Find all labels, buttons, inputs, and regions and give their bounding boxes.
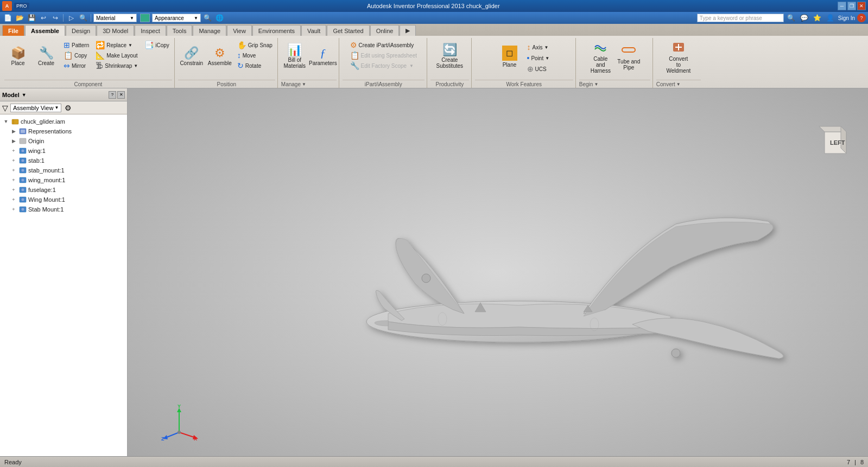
- wing-expander[interactable]: +: [10, 147, 17, 155]
- tube-pipe-button[interactable]: Tube andPipe: [615, 40, 642, 73]
- qa-new-button[interactable]: 📄: [2, 13, 13, 23]
- tab-view[interactable]: View: [227, 25, 252, 36]
- qa-search-button[interactable]: 🔍: [786, 13, 797, 23]
- tree-item-wing-mount-2[interactable]: + Wing Mount:1: [0, 195, 127, 204]
- replace-button[interactable]: 🔁 Replace ▼: [93, 40, 141, 50]
- axis-button[interactable]: ↕ Axis ▼: [524, 42, 553, 52]
- minimize-button[interactable]: ─: [838, 2, 846, 10]
- qa-open-button[interactable]: 📂: [14, 13, 25, 23]
- qa-comm-button[interactable]: 💬: [799, 13, 810, 23]
- search-input[interactable]: Type a keyword or phrase: [697, 14, 784, 22]
- sidebar-filter-icon[interactable]: ▽: [2, 104, 8, 112]
- root-expander[interactable]: ▼: [2, 118, 10, 125]
- tab-vault[interactable]: Vault: [301, 25, 326, 36]
- appearance-dropdown[interactable]: Appearance ▼: [152, 14, 201, 22]
- productivity-content: 🔄 CreateSubstitutes: [436, 38, 463, 80]
- constrain-button[interactable]: 🔗 Constrain: [178, 40, 205, 73]
- sidebar-close-button[interactable]: ✕: [117, 91, 125, 99]
- assemble-icon: ⚙: [214, 47, 225, 59]
- viewport[interactable]: LEFT Y X Z: [128, 88, 868, 457]
- representations-expander[interactable]: ▶: [10, 127, 17, 135]
- move-button[interactable]: ↕ Move: [235, 50, 275, 60]
- appearance-dropdown-arrow: ▼: [194, 16, 198, 21]
- tab-3dmodel[interactable]: 3D Model: [97, 25, 134, 36]
- tab-tools[interactable]: Tools: [167, 25, 193, 36]
- bill-of-materials-button[interactable]: 📊 Bill ofMaterials: [281, 40, 308, 73]
- shrinkwrap-dropdown-arrow: ▼: [134, 63, 138, 68]
- tree-item-fuselage[interactable]: + fuselage:1: [0, 185, 127, 195]
- tab-assemble[interactable]: Assemble: [25, 25, 65, 36]
- tree-item-stab[interactable]: + stab:1: [0, 156, 127, 165]
- qa-star-button[interactable]: ⭐: [812, 13, 823, 23]
- sidebar-gear-icon[interactable]: ⚙: [65, 104, 72, 112]
- svg-text:Z: Z: [161, 436, 164, 440]
- tab-inspect[interactable]: Inspect: [135, 25, 166, 36]
- sidebar-dropdown-arrow[interactable]: ▼: [22, 92, 27, 98]
- tab-manage[interactable]: Manage: [193, 25, 226, 36]
- mirror-button[interactable]: ⇔ Mirror: [61, 61, 92, 71]
- signin-button[interactable]: Sign In: [838, 15, 855, 21]
- origin-expander[interactable]: ▶: [10, 137, 17, 145]
- ipart-content: ⚙ Create iPart/iAssembly 📋 Edit using Sp…: [347, 38, 420, 80]
- material-dropdown-arrow: ▼: [130, 16, 134, 21]
- tab-design[interactable]: Design: [66, 25, 96, 36]
- copy-button[interactable]: 📋 Copy: [61, 50, 92, 60]
- tab-getstarted[interactable]: Get Started: [327, 25, 369, 36]
- place-button[interactable]: 📦 Place: [4, 40, 31, 73]
- create-button[interactable]: 🔧 Create: [33, 40, 60, 73]
- tab-arrow[interactable]: ▶: [400, 25, 416, 36]
- tab-environments[interactable]: Environments: [252, 25, 301, 36]
- rotate-icon: ↻: [237, 61, 244, 70]
- tree-item-stab-mount-2[interactable]: + Stab Mount:1: [0, 204, 127, 214]
- qa-help-button[interactable]: ?: [857, 14, 866, 22]
- replace-icon: 🔁: [96, 41, 105, 49]
- shrinkwrap-button[interactable]: 🗜 Shrinkwrap ▼: [93, 61, 141, 71]
- qa-globe-button[interactable]: 🌐: [214, 13, 225, 23]
- point-button[interactable]: • Point ▼: [524, 53, 553, 63]
- tree-item-origin[interactable]: ▶ Origin: [0, 136, 127, 146]
- qa-redo-button[interactable]: ↪: [50, 13, 61, 23]
- svg-point-18: [21, 188, 24, 191]
- assemble-button[interactable]: ⚙ Assemble: [206, 40, 233, 73]
- restore-button[interactable]: ❐: [847, 2, 856, 10]
- make-layout-button[interactable]: 📐 Make Layout: [93, 50, 141, 60]
- qa-save-button[interactable]: 💾: [26, 13, 37, 23]
- viewcube[interactable]: LEFT: [814, 121, 857, 164]
- qa-user-button[interactable]: 👤: [825, 13, 836, 23]
- qa-select-button[interactable]: ▷: [66, 13, 77, 23]
- stab-mount-2-expander[interactable]: +: [10, 206, 17, 213]
- fuselage-expander[interactable]: +: [10, 186, 17, 194]
- tab-file[interactable]: File: [2, 25, 24, 36]
- stab-expander[interactable]: +: [10, 157, 17, 164]
- convert-weldment-button[interactable]: Convert toWeldment: [665, 40, 692, 73]
- tree-item-wing[interactable]: + wing:1: [0, 146, 127, 156]
- parameters-button[interactable]: ƒ Parameters: [309, 40, 337, 73]
- stab-mount-expander[interactable]: +: [10, 167, 17, 174]
- status-right: 7 | 8: [847, 459, 864, 465]
- qa-undo-button[interactable]: ↩: [38, 13, 49, 23]
- tree-item-wing-mount[interactable]: + wing_mount:1: [0, 175, 127, 185]
- create-substitutes-button[interactable]: 🔄 CreateSubstitutes: [436, 40, 463, 73]
- material-dropdown[interactable]: Material ▼: [93, 14, 137, 22]
- wing-mount-2-expander[interactable]: +: [10, 196, 17, 203]
- wing-mount-expander[interactable]: +: [10, 176, 17, 184]
- grip-snap-button[interactable]: ✋ Grip Snap: [235, 40, 275, 50]
- tree-item-representations[interactable]: ▶ Representations: [0, 126, 127, 136]
- close-button[interactable]: ✕: [857, 2, 866, 10]
- ucs-button[interactable]: ⊕ UCS: [524, 64, 553, 74]
- icopy-button[interactable]: 📑 iCopy: [142, 40, 172, 50]
- tree-item-stab-mount[interactable]: + stab_mount:1: [0, 165, 127, 175]
- rotate-button[interactable]: ↻ Rotate: [235, 61, 275, 71]
- plane-button[interactable]: ◻ Plane: [496, 40, 523, 73]
- create-ipart-button[interactable]: ⚙ Create iPart/iAssembly: [347, 40, 420, 50]
- tree-item-root[interactable]: ▼ chuck_glider.iam: [0, 117, 127, 126]
- sidebar-help-button[interactable]: ?: [109, 91, 116, 99]
- qa-zoom-button[interactable]: 🔍: [78, 13, 88, 23]
- svg-point-20: [21, 198, 24, 201]
- tab-online[interactable]: Online: [370, 25, 400, 36]
- assembly-view-dropdown[interactable]: Assembly View ▼: [10, 104, 61, 112]
- pattern-button[interactable]: ⊞ Pattern: [61, 40, 92, 50]
- cable-harness-button[interactable]: Cable andHarness: [587, 40, 614, 73]
- status-number-2: 8: [860, 459, 864, 465]
- ribbon-content: 📦 Place 🔧 Create ⊞ Pattern 📋 Copy: [0, 36, 868, 88]
